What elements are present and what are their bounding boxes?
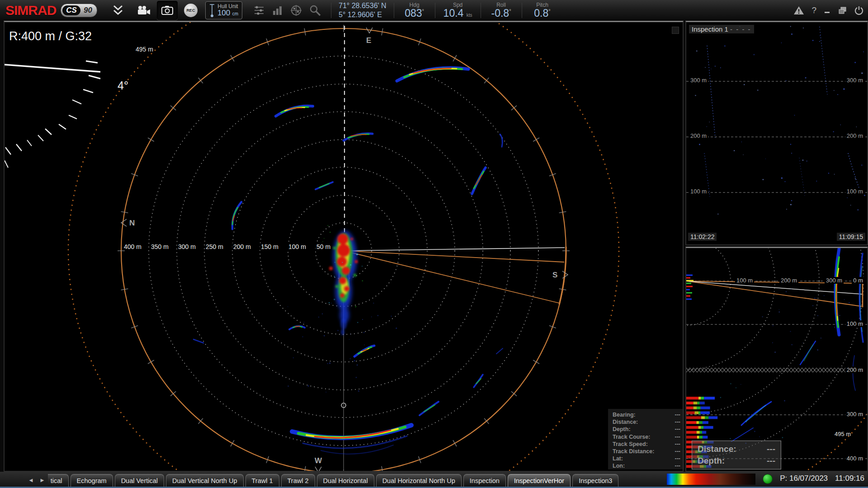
fan-outer-arc-label: 495 m <box>835 431 851 437</box>
bearing-line <box>344 248 565 251</box>
tab-scroll-left-icon[interactable]: ◄ <box>28 477 34 483</box>
info-row: Track Speed:--- <box>613 441 680 448</box>
sonar-target-button[interactable] <box>290 4 302 17</box>
compass-east: E <box>366 36 371 45</box>
heading-readout: Hdg 083° <box>402 1 427 19</box>
video-record-button[interactable] <box>137 5 151 15</box>
tab-echogram[interactable]: Echogram <box>71 474 113 487</box>
fan-range-label-100: 100 m <box>735 277 754 284</box>
depth-label-200-right: 200 m <box>845 132 864 139</box>
info-row: Track Distance:--- <box>613 448 680 455</box>
center-echo-cluster <box>329 231 358 335</box>
tab-dual-vertical-north-up[interactable]: Dual Vertical North Up <box>166 474 243 487</box>
title-dashes: - - - - <box>730 25 751 33</box>
depth-gridlines <box>686 81 867 192</box>
fan-depth-label-300: 300 m <box>845 411 864 418</box>
compass-south: S <box>552 271 557 279</box>
depth-label-300-left: 300 m <box>689 77 708 84</box>
sonar-graphics: E N S W <box>5 22 683 471</box>
hull-unit-value: 100 <box>217 9 230 17</box>
west-marker-icon <box>315 467 321 471</box>
photo-camera-icon <box>161 5 174 16</box>
range-label-200: 200 m <box>232 243 252 250</box>
status-time: 11:09:16 <box>835 474 864 483</box>
info-row: Track Course:--- <box>613 433 680 441</box>
tab-trawl-2[interactable]: Trawl 2 <box>281 474 315 487</box>
tab-inspection[interactable]: Inspection <box>463 474 506 487</box>
power-button[interactable] <box>854 6 863 15</box>
simrad-logo: SIMRAD <box>5 3 56 18</box>
horizontal-sonar-display[interactable]: E N S W <box>4 21 684 472</box>
beam-wedge <box>344 247 566 305</box>
view-tab-bar: ◄ ► tical Echogram Dual Vertical Dual Ve… <box>0 472 868 487</box>
rec-button[interactable]: REC <box>184 4 198 17</box>
alarm-button[interactable] <box>793 5 804 15</box>
restore-window-icon <box>838 6 847 14</box>
toolbar-separator <box>481 3 481 18</box>
rec-icon: REC <box>184 4 198 17</box>
tab-dual-horizontal-north-up[interactable]: Dual Horizontal North Up <box>376 474 462 487</box>
power-icon <box>854 6 863 15</box>
expand-menu-button[interactable] <box>112 5 124 16</box>
range-gain-readout: R:400 m / G:32 <box>9 29 92 43</box>
warning-triangle-icon <box>793 5 804 15</box>
toolbar-separator <box>435 3 435 18</box>
inspection-echogram-display[interactable]: Inspection 1 - - - - 300 m 300 m 200 m 2… <box>685 21 868 245</box>
hull-unit-unit: cm <box>232 11 238 16</box>
start-time: 11:02:22 <box>688 233 717 241</box>
model-cs-label: CS <box>62 5 80 15</box>
bar-chart-icon <box>272 5 283 16</box>
tab-dual-horizontal[interactable]: Dual Horizontal <box>317 474 374 487</box>
tab-inspection-ver-hor[interactable]: InspectionVerHor <box>508 474 571 487</box>
range-label-150: 150 m <box>260 243 279 250</box>
info-row: Depth:--- <box>613 426 680 433</box>
hull-unit-control[interactable]: Hull Unit 100 cm <box>205 1 242 19</box>
echogram-graphics <box>686 22 867 244</box>
vertex-echo-cluster <box>686 275 693 299</box>
echo-color-scale <box>667 474 755 485</box>
top-toolbar: SIMRAD CS 90 REC <box>0 0 868 21</box>
speed-unit: kts <box>467 13 472 18</box>
magnifier-icon <box>309 4 321 17</box>
minimize-button[interactable] <box>824 7 831 14</box>
position-readout: 71° 28.6536' N 5° 12.9606' E <box>339 1 387 19</box>
fan-depth-label-100: 100 m <box>845 320 864 327</box>
seabed-lock-line <box>686 368 863 372</box>
beam-arc-cap <box>559 247 566 305</box>
info-row: Bearing:--- <box>613 411 680 418</box>
depth-label-100-left: 100 m <box>689 188 708 195</box>
depth-label-300-right: 300 m <box>845 77 864 84</box>
double-chevron-down-icon <box>112 5 124 16</box>
tab-dual-vertical[interactable]: Dual Vertical <box>115 474 164 487</box>
info-row: Distance:--- <box>613 418 680 426</box>
tab-vertical[interactable]: tical <box>48 474 69 487</box>
toolbar-separator <box>522 3 522 18</box>
restore-window-button[interactable] <box>838 6 847 14</box>
depth-label-200-left: 200 m <box>689 132 708 139</box>
screenshot-button[interactable] <box>157 1 178 20</box>
scatter-plot-icon <box>253 5 265 16</box>
tab-inspection3[interactable]: Inspection3 <box>572 474 618 487</box>
tab-scroll-right-icon[interactable]: ► <box>39 477 45 483</box>
fan-depth-label-0: 0 m <box>852 277 864 284</box>
distribution-view-button[interactable] <box>253 5 265 16</box>
histogram-view-button[interactable] <box>272 5 283 16</box>
zoom-tool-button[interactable] <box>309 4 321 17</box>
vertical-fan-display[interactable]: 100 m 200 m 300 m 0 m 100 m 200 m 300 m … <box>685 247 868 472</box>
info-row: Distance:--- <box>698 443 775 455</box>
help-button[interactable]: ? <box>811 5 816 15</box>
outer-range-label: 495 m <box>136 46 153 53</box>
longitude-value: 5° 12.9606' E <box>339 11 382 19</box>
roll-value: -0.8 <box>491 7 509 19</box>
depth-label-100-right: 100 m <box>845 188 864 195</box>
tab-trawl-1[interactable]: Trawl 1 <box>245 474 279 487</box>
speed-value: 10.4 <box>443 7 464 19</box>
main-content: E N S W <box>0 21 868 472</box>
video-camera-icon <box>137 5 151 15</box>
panel-menu-button[interactable] <box>672 27 679 34</box>
hull-unit-depth-icon <box>209 3 215 18</box>
minimize-icon <box>824 7 831 14</box>
pitch-unit: ° <box>548 9 550 14</box>
fan-range-label-300: 300 m <box>825 277 844 284</box>
fan-target-info-box: Distance:--- Depth:--- <box>692 441 781 469</box>
